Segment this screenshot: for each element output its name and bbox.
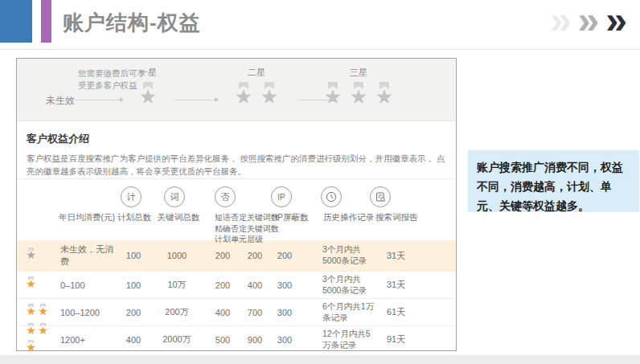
cell-history: 3个月内共 5000条记录 (303, 274, 380, 296)
table-row: ★ 0–100 100 10万 200 400 300 3个月内共 5000条记… (17, 271, 456, 298)
cell-plans: 100 (115, 280, 152, 290)
negative-keyword-icon: 否 (215, 186, 236, 207)
gold-medal-star-icon: ★ (25, 323, 37, 338)
cell-neg-phrase: 500 (202, 335, 244, 345)
arrow-connector (75, 100, 120, 100)
cell-report: 31天 (380, 279, 456, 291)
cell-consume: 未生效，无消费 (49, 243, 115, 268)
slide: 账户结构-权益 » » » 未生效 您需要缴费后可享 受更多客户权益 一星 ★ … (0, 0, 640, 364)
rights-intro-section: 客户权益介绍 客户权益是百度搜索推广为客户提供的平台差异化服务， 按照搜索推广的… (17, 121, 456, 179)
star-badge: ★★ (17, 304, 49, 321)
gold-medal-star-icon: ★ (25, 276, 37, 292)
silver-medal-star-icon: ★ (374, 82, 395, 109)
cell-consume: 100–1200 (49, 308, 115, 317)
cell-neg-phrase: 200 (202, 251, 244, 260)
keyword-count-icon: 词 (164, 186, 185, 207)
cell-history: 12个月内共5 万条记录 (303, 329, 380, 350)
cell-plans: 200 (115, 308, 152, 317)
cell-keywords: 2000万 (152, 333, 202, 346)
cell-neg-phrase: 200 (202, 280, 244, 290)
cell-consume: 1200+ (49, 335, 115, 345)
star-progression-diagram: 未生效 您需要缴费后可享 受更多客户权益 一星 ★ 二星 ★ ★ 三星 (17, 59, 456, 121)
gold-medal-star-icon: ★ (37, 323, 49, 338)
cell-plans: 100 (115, 251, 152, 260)
stage-label: 三星 (311, 67, 406, 79)
silver-medal-star-icon: ★ (322, 82, 343, 109)
summary-text: 账户搜索推广消费不同，权益不同，消费越高，计划、单元、关键等权益越多。 (477, 157, 630, 215)
col-header-ip: IP屏蔽数 (275, 212, 308, 223)
col-header-report: 搜索词报告 (375, 212, 418, 223)
col-header-consume: 年日均消费(元) (59, 212, 115, 223)
col-header-keywords: 关键词总数 (158, 212, 200, 223)
table-row: ★★★ 1200+ 400 2000万 500 900 300 12个月内共5 … (17, 325, 456, 353)
blue-accent-block (0, 0, 32, 43)
chevron-icon: » (550, 0, 572, 45)
cell-keywords: 10万 (152, 279, 202, 291)
table-row: ★ 未生效，无消费 100 1000 200 200 200 3个月内共 500… (17, 240, 456, 271)
cell-neg-exact: 400 (244, 280, 266, 290)
cell-plans: 400 (115, 335, 152, 345)
gold-medal-star-icon: ★ (37, 304, 49, 319)
cell-history: 6个月内共1万 条记录 (303, 301, 380, 323)
header-bar: 账户结构-权益 » » » (0, 0, 640, 50)
bottom-gray-strip (0, 355, 640, 364)
cell-report: 31天 (380, 250, 456, 262)
rights-table-header: 计 词 否 IP 年日均消费(元) 计划总数 关键词总数 短语否定关键词数 精确… (17, 179, 456, 240)
ip-block-icon: IP (271, 186, 292, 207)
cell-keywords: 1000 (152, 251, 202, 260)
arrow-connector (176, 100, 215, 100)
cell-history: 3个月内共 5000条记录 (303, 244, 380, 266)
stage-label: 一星 (123, 67, 173, 79)
intro-title: 客户权益介绍 (27, 132, 446, 146)
summary-callout: 账户搜索推广消费不同，权益不同，消费越高，计划、单元、关键等权益越多。 (468, 150, 639, 212)
cell-ip: 300 (266, 280, 303, 290)
cell-ip: 200 (266, 251, 303, 260)
cell-neg-exact: 700 (244, 308, 266, 317)
cell-report: 91天 (380, 333, 456, 346)
silver-medal-star-icon: ★ (233, 82, 254, 109)
cell-ip: 300 (266, 308, 303, 317)
gold-medal-star-icon: ★ (25, 304, 37, 319)
cell-consume: 0–100 (49, 280, 115, 290)
stage-two-star: 二星 ★ ★ (218, 67, 295, 109)
star-badge: ★ (17, 247, 49, 264)
star-badge: ★★★ (17, 323, 49, 357)
silver-medal-star-icon: ★ (137, 82, 158, 109)
silver-medal-star-icon: ★ (348, 82, 369, 109)
plan-count-icon: 计 (121, 186, 142, 207)
gray-medal-star-icon: ★ (25, 247, 37, 263)
cell-report: 61天 (380, 306, 456, 318)
gold-medal-star-icon: ★ (25, 340, 37, 355)
chevrons-decoration: » » » (550, 0, 627, 45)
cell-neg-exact: 200 (244, 251, 266, 260)
col-header-plans: 计划总数 (117, 212, 151, 223)
stage-three-star: 三星 ★ ★ ★ (311, 67, 406, 109)
stage-label: 二星 (218, 67, 295, 79)
page-title: 账户结构-权益 (63, 9, 201, 37)
history-clock-icon (321, 186, 342, 207)
cell-keywords: 200万 (152, 306, 202, 318)
search-report-icon (370, 186, 391, 207)
cell-ip: 300 (266, 335, 303, 345)
intro-body: 客户权益是百度搜索推广为客户提供的平台差异化服务， 按照搜索推广的消费进行级别划… (27, 153, 446, 178)
silver-medal-star-icon: ★ (259, 82, 280, 109)
table-row: ★★ 100–1200 200 200万 400 700 300 6个月内共1万… (17, 298, 456, 325)
col-header-history: 历史操作记录 (323, 212, 374, 223)
col-header-negatives: 短语否定关键词数 精确否定关键词数 计划单元层级 (215, 212, 279, 245)
purple-accent-block (41, 0, 51, 43)
rights-panel: 未生效 您需要缴费后可享 受更多客户权益 一星 ★ 二星 ★ ★ 三星 (16, 58, 457, 351)
stage-one-star: 一星 ★ (123, 67, 173, 109)
chevron-icon: » (605, 0, 627, 45)
chevron-icon: » (578, 0, 600, 45)
cell-neg-phrase: 400 (202, 308, 244, 317)
star-badge: ★ (17, 276, 49, 293)
cell-neg-exact: 900 (244, 335, 266, 345)
inactive-label: 未生效 (46, 94, 75, 108)
